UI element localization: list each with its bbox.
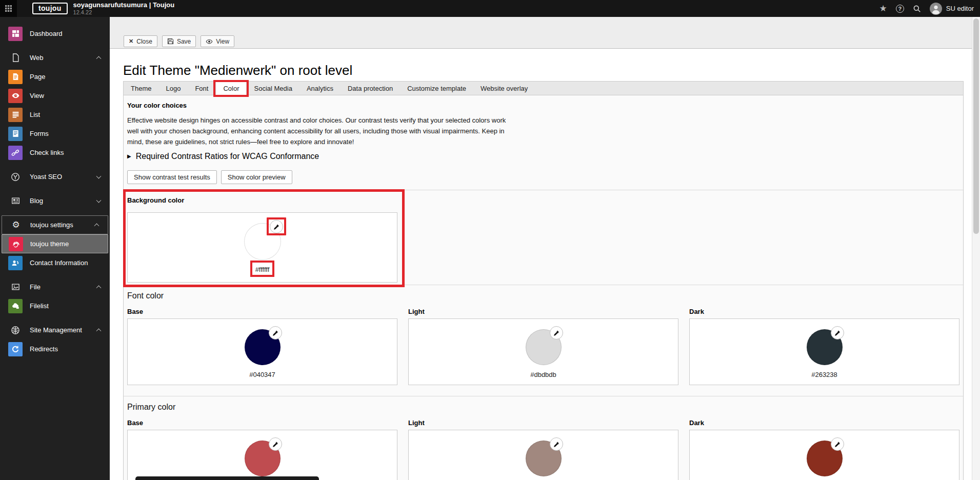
- hex-value: #263238: [811, 371, 837, 378]
- color-swatch: #ffffff: [238, 223, 287, 274]
- primary-dark-box: #8a2e1e: [689, 430, 959, 480]
- sidebar-group-site-management[interactable]: Site Management: [0, 321, 110, 339]
- background-color-section: Background color #ffffff: [124, 190, 963, 285]
- variant-label-base: Base: [127, 308, 397, 315]
- background-color-box: #ffffff: [127, 212, 397, 283]
- eyedropper-icon: [834, 330, 841, 336]
- document-icon: [10, 53, 21, 63]
- variant-label-light: Light: [408, 308, 678, 315]
- chevron-up-icon: [96, 56, 102, 61]
- primary-base-box: #bf4c50: [127, 430, 397, 480]
- sidebar-group-toujou-settings[interactable]: ⚙ toujou settings: [2, 215, 108, 234]
- avatar: [930, 3, 942, 15]
- vertical-scrollbar[interactable]: [972, 17, 980, 480]
- save-button[interactable]: Save: [162, 35, 196, 47]
- eyedropper-icon: [834, 441, 841, 448]
- wcag-collapsible-toggle[interactable]: ▶ Required Contrast Ratios for WCAG Conf…: [127, 152, 959, 161]
- view-button[interactable]: View: [201, 35, 234, 47]
- font-color-section: Font color Base Light Dark #040347: [124, 285, 963, 396]
- toujou-logo[interactable]: toujou: [32, 3, 68, 14]
- eyedropper-icon: [553, 330, 559, 336]
- tab-logo[interactable]: Logo: [158, 82, 188, 95]
- top-bar: toujou soyagunsarufutsumura | Toujou 12.…: [0, 0, 980, 17]
- sidebar-item-page[interactable]: Page: [0, 67, 110, 86]
- page-icon: [8, 70, 23, 84]
- color-choices-section: Your color choices Effective website des…: [124, 95, 963, 190]
- chevron-down-icon: [96, 197, 102, 203]
- sidebar-item-check-links[interactable]: Check links: [0, 143, 110, 162]
- chevron-down-icon: [96, 173, 102, 178]
- close-button[interactable]: ✕ Close: [124, 35, 157, 47]
- eyedropper-button[interactable]: [550, 326, 563, 339]
- sidebar-item-contact-information[interactable]: Contact Information: [0, 253, 110, 272]
- close-icon: ✕: [129, 38, 133, 44]
- variant-label-dark: Dark: [689, 308, 959, 315]
- tab-data-protection[interactable]: Data protection: [341, 82, 400, 95]
- primary-light-box: #a1887f: [408, 430, 678, 480]
- hex-value: #dbdbdb: [530, 371, 556, 378]
- link-icon: [8, 146, 23, 160]
- view-eye-icon: [206, 38, 213, 45]
- globe-icon: [10, 325, 21, 335]
- sidebar-group-web[interactable]: Web: [0, 48, 110, 67]
- eyedropper-icon: [273, 224, 279, 230]
- tab-color[interactable]: Color: [215, 82, 247, 95]
- tab-bar: Theme Logo Font Color Social Media Analy…: [123, 81, 964, 95]
- tab-social-media[interactable]: Social Media: [247, 82, 299, 95]
- sidebar-group-blog[interactable]: Blog: [0, 191, 110, 210]
- eyedropper-button[interactable]: [269, 437, 282, 451]
- variant-label-base: Base: [127, 419, 397, 427]
- sidebar-item-dashboard[interactable]: Dashboard: [0, 24, 110, 43]
- redirect-icon: [8, 342, 23, 356]
- bookmark-star-icon[interactable]: ★: [879, 4, 887, 13]
- tab-analytics[interactable]: Analytics: [299, 82, 341, 95]
- eyedropper-button[interactable]: [269, 326, 282, 339]
- dashboard-icon: [8, 27, 23, 41]
- tab-font[interactable]: Font: [188, 82, 215, 95]
- gear-icon: ⚙: [11, 220, 21, 230]
- primary-color-section: Primary color Base Light Dark #bf4c50: [124, 396, 963, 480]
- color-swatch: #a1887f: [519, 441, 568, 480]
- tab-website-overlay[interactable]: Website overlay: [473, 82, 535, 95]
- sidebar-item-view[interactable]: View: [0, 86, 110, 105]
- hex-value: #040347: [249, 371, 275, 378]
- newspaper-icon: [10, 196, 21, 206]
- list-icon: [8, 108, 23, 122]
- eyedropper-button[interactable]: [270, 220, 283, 233]
- filelist-icon: [8, 299, 23, 313]
- module-body: Edit Theme "Medienwerk" on root level Th…: [110, 49, 972, 480]
- tab-customize-template[interactable]: Customize template: [400, 82, 473, 95]
- eyedropper-button[interactable]: [550, 437, 563, 451]
- variant-label-dark: Dark: [689, 419, 959, 427]
- fingerprint-icon: [9, 237, 23, 251]
- image-icon: [10, 282, 21, 292]
- show-contrast-results-button[interactable]: Show contrast test results: [127, 170, 217, 184]
- color-swatch: #263238: [800, 329, 849, 379]
- user-menu[interactable]: SU editor: [930, 3, 974, 15]
- chevron-up-icon: [94, 223, 99, 228]
- show-color-preview-button[interactable]: Show color preview: [221, 170, 292, 184]
- search-icon[interactable]: [913, 5, 921, 13]
- eyedropper-button[interactable]: [831, 437, 844, 451]
- eyedropper-icon: [553, 441, 559, 448]
- module-menu-toggle[interactable]: [0, 0, 17, 17]
- scrollbar-thumb[interactable]: [973, 18, 979, 234]
- variant-label-light: Light: [408, 419, 678, 427]
- sidebar-item-toujou-theme[interactable]: toujou theme: [2, 234, 108, 253]
- intro-paragraph: Effective website design hinges on acces…: [127, 115, 959, 147]
- contact-icon: [8, 256, 23, 270]
- eye-icon: [8, 89, 23, 103]
- yoast-icon: [10, 172, 21, 182]
- help-icon[interactable]: ?: [896, 5, 904, 13]
- eyedropper-button[interactable]: [831, 326, 844, 339]
- sidebar-item-filelist[interactable]: Filelist: [0, 296, 110, 315]
- sidebar-group-yoast-seo[interactable]: Yoast SEO: [0, 167, 110, 186]
- color-swatch: #bf4c50: [238, 441, 287, 480]
- chevron-up-icon: [96, 328, 102, 333]
- form-icon: [8, 127, 23, 141]
- sidebar-item-list[interactable]: List: [0, 105, 110, 124]
- tab-theme[interactable]: Theme: [124, 82, 158, 95]
- sidebar-item-forms[interactable]: Forms: [0, 124, 110, 143]
- sidebar-group-file[interactable]: File: [0, 277, 110, 296]
- sidebar-item-redirects[interactable]: Redirects: [0, 339, 110, 358]
